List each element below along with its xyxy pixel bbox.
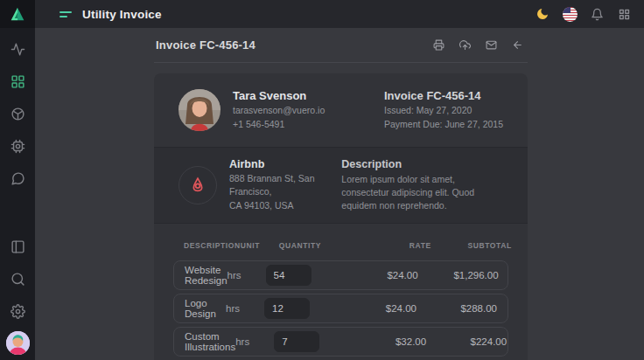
bell-icon [591, 8, 604, 21]
invoice-number: Invoice FC-456-14 [384, 89, 503, 102]
moon-icon [536, 7, 550, 21]
top-navbar: Utility Invoice [35, 0, 644, 28]
sidebar [0, 0, 35, 360]
table-row: Custom Illustrations hrs $32.00 $224.00 [173, 327, 508, 357]
invoice-client-section: Airbnb 888 Brannan St, San Francisco, CA… [154, 147, 528, 224]
item-description: Website Redesign [185, 265, 228, 286]
page-title: Utility Invoice [82, 8, 162, 21]
item-unit: hrs [226, 303, 264, 314]
sidebar-item-elements[interactable] [4, 130, 32, 163]
arrow-left-icon [512, 39, 523, 51]
table-row: Logo Design hrs $24.00 $288.00 [173, 294, 508, 323]
invoice-title: Invoice FC-456-14 [156, 38, 256, 52]
table-header-row: DESCRIPTION UNIT QUANTITY RATE SUBTOTAL [173, 236, 508, 260]
main-area: Invoice FC-456-14 [35, 28, 644, 360]
col-description: DESCRIPTION [184, 241, 241, 250]
item-unit: hrs [228, 270, 266, 280]
quantity-input[interactable] [266, 265, 312, 286]
sidebar-item-layout[interactable] [4, 231, 32, 263]
gear-icon [10, 304, 25, 319]
triangle-logo-icon [9, 6, 26, 22]
table-row: Website Redesign hrs $24.00 $1,296.00 [173, 260, 508, 290]
invoice-card: Tara Svenson tarasvenson@vuero.io +1 546… [154, 73, 528, 360]
col-unit: UNIT [241, 241, 279, 250]
col-rate: RATE [363, 241, 431, 250]
apps-grid-icon [618, 8, 631, 21]
customer-phone: +1 546-5491 [233, 118, 325, 131]
invoice-issued-date: Issued: May 27, 2020 [384, 104, 503, 118]
apps-menu-button[interactable] [616, 6, 632, 22]
item-rate: $24.00 [350, 270, 418, 280]
cloud-upload-icon [459, 39, 471, 51]
col-subtotal: SUBTOTAL [431, 241, 512, 250]
chat-icon [10, 171, 25, 186]
col-quantity: QUANTITY [279, 241, 363, 250]
item-unit: hrs [235, 336, 274, 347]
us-flag-icon [563, 7, 578, 22]
invoice-user-section: Tara Svenson tarasvenson@vuero.io +1 546… [154, 73, 528, 147]
quantity-input[interactable] [264, 298, 310, 319]
invoice-items-table: DESCRIPTION UNIT QUANTITY RATE SUBTOTAL … [154, 224, 528, 360]
dark-mode-toggle[interactable] [535, 6, 550, 22]
print-icon [433, 39, 444, 51]
app-logo[interactable] [0, 0, 35, 28]
description-heading: Description [341, 158, 503, 170]
airbnb-logo-icon [178, 166, 217, 204]
client-address-line1: 888 Brannan St, San Francisco, [229, 172, 341, 198]
user-avatar-illustration [6, 331, 30, 355]
description-text: Lorem ipsum dolor sit amet, consectetur … [341, 173, 503, 213]
invoice-due-date: Payment Due: June 27, 2015 [384, 118, 503, 132]
sidebar-item-apps[interactable] [4, 66, 32, 98]
item-subtotal: $1,296.00 [418, 270, 499, 280]
sidebar-item-components[interactable] [4, 98, 32, 130]
customer-email: tarasvenson@vuero.io [233, 104, 325, 117]
grid-icon [10, 74, 25, 89]
upload-button[interactable] [456, 37, 473, 54]
customer-name: Tara Svenson [233, 89, 325, 102]
item-subtotal: $288.00 [416, 303, 497, 314]
client-address-line2: CA 94103, USA [229, 199, 341, 212]
invoice-header: Invoice FC-456-14 [154, 28, 528, 63]
item-description: Custom Illustrations [185, 331, 235, 352]
sidebar-item-messages[interactable] [4, 163, 32, 195]
sidebar-item-settings[interactable] [4, 295, 32, 328]
back-button[interactable] [508, 37, 526, 54]
item-rate: $24.00 [348, 303, 416, 314]
layout-panel-icon [10, 239, 25, 254]
sphere-icon [10, 107, 25, 121]
sidebar-item-activity[interactable] [4, 33, 32, 66]
item-subtotal: $224.00 [426, 336, 507, 347]
sidebar-item-search[interactable] [4, 263, 32, 295]
search-icon [10, 272, 25, 287]
quantity-input[interactable] [274, 331, 319, 352]
activity-icon [10, 42, 25, 57]
cpu-icon [10, 139, 25, 154]
customer-avatar [178, 89, 220, 131]
item-rate: $32.00 [358, 336, 426, 347]
item-description: Logo Design [185, 298, 226, 319]
send-mail-button[interactable] [482, 37, 500, 54]
print-button[interactable] [430, 37, 447, 54]
language-selector[interactable] [562, 6, 578, 22]
mail-icon [486, 39, 497, 51]
client-name: Airbnb [229, 158, 341, 170]
user-avatar[interactable] [6, 331, 30, 355]
notifications-button[interactable] [589, 6, 605, 22]
menu-toggle-button[interactable] [60, 11, 72, 17]
